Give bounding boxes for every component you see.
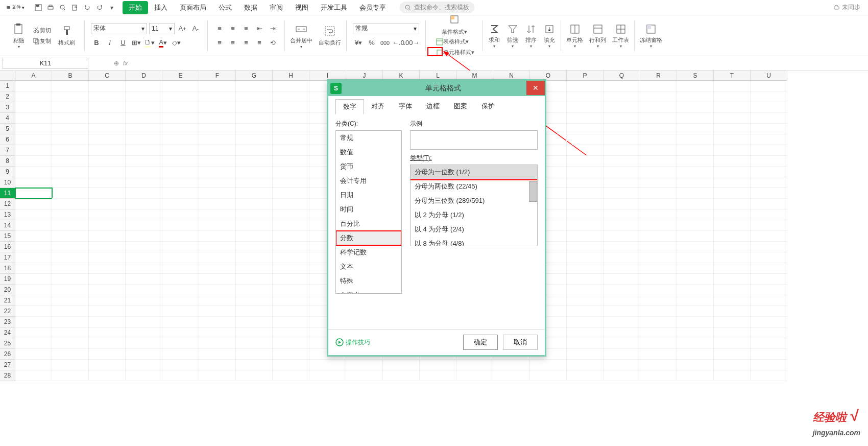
cell[interactable] <box>236 274 273 285</box>
cell[interactable] <box>677 209 714 220</box>
sync-status[interactable]: 未同步 <box>833 3 860 12</box>
cell[interactable] <box>567 252 604 263</box>
cell[interactable] <box>162 263 199 274</box>
cell[interactable] <box>126 113 162 124</box>
select-all-corner[interactable] <box>0 71 15 81</box>
cell[interactable] <box>199 274 236 285</box>
cell[interactable] <box>604 199 640 209</box>
cell[interactable] <box>89 349 126 360</box>
cell[interactable] <box>15 209 52 220</box>
row-header[interactable]: 26 <box>0 349 15 360</box>
cell[interactable] <box>640 81 677 91</box>
cell[interactable] <box>640 156 677 167</box>
cell[interactable] <box>236 102 273 113</box>
cell[interactable] <box>89 91 126 102</box>
cell[interactable] <box>273 134 309 145</box>
cell[interactable] <box>567 167 604 177</box>
cell[interactable] <box>604 177 640 188</box>
cell[interactable] <box>89 81 126 91</box>
cell[interactable] <box>199 242 236 252</box>
cell[interactable] <box>751 209 787 220</box>
row-header[interactable]: 23 <box>0 317 15 327</box>
cell[interactable] <box>15 188 52 199</box>
justify-button[interactable]: ≡ <box>254 37 265 49</box>
cell[interactable] <box>751 145 787 156</box>
col-header[interactable]: R <box>640 71 677 81</box>
cell[interactable] <box>383 360 420 370</box>
cell[interactable] <box>714 102 751 113</box>
cell[interactable] <box>126 220 162 231</box>
cell[interactable] <box>493 370 530 381</box>
cell[interactable] <box>199 91 236 102</box>
cell[interactable] <box>604 327 640 338</box>
cell[interactable] <box>273 349 309 360</box>
category-item[interactable]: 时间 <box>336 202 401 217</box>
cell[interactable] <box>640 370 677 381</box>
cell[interactable] <box>52 242 89 252</box>
cell[interactable] <box>15 113 52 124</box>
cell[interactable] <box>273 81 309 91</box>
cell[interactable] <box>640 295 677 306</box>
cell[interactable] <box>751 199 787 209</box>
row-header[interactable]: 5 <box>0 124 15 134</box>
cell[interactable] <box>126 199 162 209</box>
cell[interactable] <box>52 338 89 349</box>
cell[interactable] <box>199 306 236 317</box>
type-item[interactable]: 以 4 为分母 (2/4) <box>411 222 537 237</box>
cell[interactable] <box>751 360 787 370</box>
italic-button[interactable]: I <box>104 37 115 49</box>
cell[interactable] <box>640 327 677 338</box>
underline-button[interactable]: U <box>117 37 129 49</box>
cell[interactable] <box>714 145 751 156</box>
cell[interactable] <box>640 274 677 285</box>
cell[interactable] <box>236 124 273 134</box>
cell[interactable] <box>273 317 309 327</box>
cell[interactable] <box>52 134 89 145</box>
sum-button[interactable]: 求和▾ <box>485 22 503 50</box>
category-list[interactable]: 常规数值货币会计专用日期时间百分比分数科学记数文本特殊自定义 <box>335 130 402 294</box>
wrap-text-button[interactable]: 自动换行 <box>316 24 344 48</box>
cell[interactable] <box>126 231 162 242</box>
bold-button[interactable]: B <box>91 37 102 49</box>
cell[interactable] <box>714 231 751 242</box>
cell[interactable] <box>15 220 52 231</box>
cell[interactable] <box>15 274 52 285</box>
cell[interactable] <box>52 360 89 370</box>
cell[interactable] <box>640 220 677 231</box>
cell[interactable] <box>751 370 787 381</box>
cell[interactable] <box>677 327 714 338</box>
cell[interactable] <box>714 349 751 360</box>
cell[interactable] <box>604 167 640 177</box>
cell[interactable] <box>567 220 604 231</box>
cell[interactable] <box>273 295 309 306</box>
cell[interactable] <box>199 102 236 113</box>
cell[interactable] <box>199 370 236 381</box>
row-header[interactable]: 9 <box>0 167 15 177</box>
cell[interactable] <box>52 177 89 188</box>
cell[interactable] <box>640 177 677 188</box>
tab-review[interactable]: 审阅 <box>263 1 289 14</box>
cell[interactable] <box>126 81 162 91</box>
cell[interactable] <box>89 263 126 274</box>
cell[interactable] <box>604 113 640 124</box>
cond-format-label[interactable]: 条件格式▾ <box>440 27 469 37</box>
cell[interactable] <box>236 327 273 338</box>
cell[interactable] <box>567 370 604 381</box>
cell[interactable] <box>273 338 309 349</box>
cell[interactable] <box>236 370 273 381</box>
cell[interactable] <box>456 360 493 370</box>
cell[interactable] <box>52 199 89 209</box>
cell[interactable] <box>677 370 714 381</box>
cell[interactable] <box>677 360 714 370</box>
cell[interactable] <box>199 295 236 306</box>
cell[interactable] <box>162 188 199 199</box>
cell[interactable] <box>567 231 604 242</box>
cell[interactable] <box>52 102 89 113</box>
cell[interactable] <box>677 252 714 263</box>
type-item[interactable]: 分母为一位数 (1/2) <box>411 165 537 179</box>
cell[interactable] <box>751 81 787 91</box>
tab-layout[interactable]: 页面布局 <box>174 1 212 14</box>
cell[interactable] <box>567 81 604 91</box>
cond-format-button[interactable] <box>440 14 469 26</box>
cell[interactable] <box>52 274 89 285</box>
